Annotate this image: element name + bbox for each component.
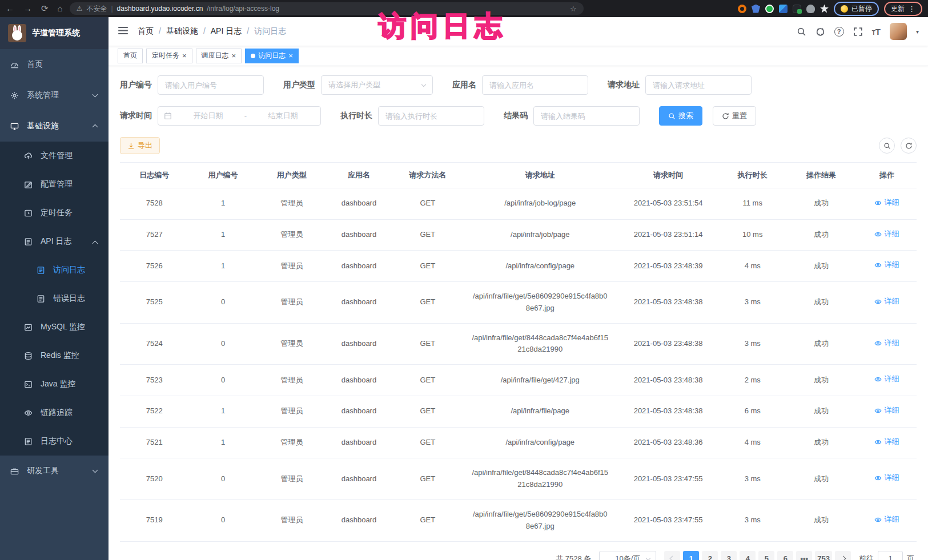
detail-link[interactable]: 详细 (874, 228, 899, 240)
search-button[interactable]: 搜索 (659, 106, 702, 126)
app-name-input[interactable] (482, 75, 588, 95)
cell-duration: 3 ms (720, 499, 785, 541)
close-icon[interactable]: × (288, 52, 293, 59)
extension-icon[interactable] (820, 5, 829, 13)
sidebar-item-error-log[interactable]: 错误日志 (0, 284, 109, 313)
page-button-753[interactable]: 753 (815, 551, 832, 560)
tag-home[interactable]: 首页 (118, 49, 143, 63)
caret-down-icon[interactable]: ▾ (916, 29, 919, 35)
security-label[interactable]: 不安全 (86, 4, 107, 14)
start-date-placeholder: 开始日期 (176, 111, 240, 121)
page-button-6[interactable]: 6 (777, 551, 793, 560)
sidebar-item-system[interactable]: 系统管理 (0, 80, 109, 111)
detail-link[interactable]: 详细 (874, 514, 899, 526)
breadcrumb-infra[interactable]: 基础设施 (166, 26, 206, 37)
cell-time: 2021-05-03 23:47:55 (617, 458, 720, 500)
page-button-5[interactable]: 5 (758, 551, 774, 560)
duration-input[interactable] (378, 106, 484, 126)
prev-page-button[interactable] (664, 551, 680, 560)
extension-icon[interactable] (765, 5, 774, 13)
font-size-icon[interactable]: TT (872, 27, 881, 37)
url-divider: | (111, 5, 113, 13)
tag-scheduled-job[interactable]: 定时任务 × (146, 49, 192, 63)
page-button-2[interactable]: 2 (702, 551, 718, 560)
hamburger-icon[interactable] (118, 25, 128, 38)
extension-icon[interactable] (752, 5, 760, 13)
page-button-3[interactable]: 3 (721, 551, 737, 560)
date-range-picker[interactable]: 开始日期 - 结束日期 (158, 106, 321, 126)
detail-link[interactable]: 详细 (874, 259, 899, 271)
sidebar-item-home[interactable]: 首页 (0, 49, 109, 80)
extension-icon[interactable] (738, 5, 746, 13)
paused-badge[interactable]: 已暂停 (834, 2, 879, 16)
sidebar-item-mysql-monitor[interactable]: MySQL 监控 (0, 313, 109, 341)
toggle-search-button[interactable] (879, 138, 895, 154)
user-type-select[interactable]: 请选择用户类型 (321, 75, 433, 95)
next-page-button[interactable] (835, 551, 851, 560)
eye-icon (874, 340, 882, 347)
detail-link[interactable]: 详细 (874, 405, 899, 417)
sidebar-item-config-management[interactable]: 配置管理 (0, 170, 109, 199)
page-size-select[interactable]: 10条/页 (599, 551, 656, 560)
page-button-1[interactable]: 1 (683, 551, 699, 560)
request-url-input[interactable] (645, 75, 752, 95)
browser-back-icon[interactable]: ← (6, 3, 14, 14)
detail-link[interactable]: 详细 (874, 436, 899, 448)
extension-icon[interactable] (806, 5, 815, 13)
sidebar-item-log-center[interactable]: 日志中心 (0, 427, 109, 456)
sidebar-item-access-log[interactable]: 访问日志 (0, 256, 109, 284)
cell-user-type: 管理员 (258, 282, 326, 324)
fullscreen-icon[interactable] (853, 27, 863, 37)
filter-row-1: 用户编号 用户类型 请选择用户类型 应用名 (120, 75, 917, 95)
browser-menu-icon[interactable]: ⋮ (908, 5, 915, 13)
detail-link[interactable]: 详细 (874, 197, 899, 209)
extension-icon[interactable] (779, 5, 788, 13)
sidebar-item-infrastructure[interactable]: 基础设施 (0, 111, 109, 142)
address-bar[interactable]: ⚠ 不安全 | dashboard.yudao.iocoder.cn /infr… (70, 2, 584, 15)
tag-access-log[interactable]: 访问日志 × (245, 49, 299, 63)
sidebar-item-link-trace[interactable]: 链路追踪 (0, 398, 109, 427)
cell-user-id: 0 (188, 323, 257, 365)
tag-schedule-log[interactable]: 调度日志 × (196, 49, 242, 63)
search-icon[interactable] (797, 27, 806, 37)
cell-method: GET (392, 188, 464, 220)
browser-home-icon[interactable]: ⌂ (58, 3, 63, 14)
sidebar-item-dev-tools[interactable]: 研发工具 (0, 456, 109, 486)
detail-link[interactable]: 详细 (874, 373, 899, 385)
bookmark-star-icon[interactable]: ☆ (570, 5, 577, 13)
github-icon[interactable] (815, 27, 825, 37)
breadcrumb-api-log[interactable]: API 日志 (211, 26, 249, 37)
breadcrumb-home[interactable]: 首页 (138, 26, 161, 37)
detail-link[interactable]: 详细 (874, 296, 899, 308)
extension-icon[interactable] (793, 5, 801, 13)
reset-button[interactable]: 重置 (713, 106, 756, 126)
avatar[interactable] (890, 23, 907, 40)
eye-icon (874, 298, 882, 305)
browser-forward-icon[interactable]: → (23, 3, 32, 14)
result-code-input[interactable] (533, 106, 640, 126)
sidebar-item-api-log[interactable]: API 日志 (0, 227, 109, 256)
browser-reload-icon[interactable]: ⟳ (41, 3, 49, 14)
goto-page-input[interactable] (878, 551, 903, 560)
detail-link[interactable]: 详细 (874, 337, 899, 349)
detail-link[interactable]: 详细 (874, 472, 899, 484)
sidebar-item-file-management[interactable]: 文件管理 (0, 142, 109, 170)
update-button[interactable]: 更新 ⋮ (884, 2, 922, 16)
page-button-4[interactable]: 4 (740, 551, 756, 560)
refresh-table-button[interactable] (901, 138, 917, 154)
close-icon[interactable]: × (182, 52, 187, 59)
sidebar-item-redis-monitor[interactable]: Redis 监控 (0, 341, 109, 370)
page-content: 用户编号 用户类型 请选择用户类型 应用名 (109, 66, 928, 560)
user-id-input[interactable] (158, 75, 264, 95)
app-logo[interactable]: 芋道管理系统 (0, 17, 109, 49)
sidebar-item-scheduled-job[interactable]: 定时任务 (0, 199, 109, 227)
pager: 1 2 3 4 5 6 ••• 753 (664, 551, 851, 560)
dashboard-icon (10, 61, 19, 69)
table-row: 7526 1 管理员 dashboard GET /api/infra/conf… (120, 251, 917, 282)
close-icon[interactable]: × (232, 52, 236, 59)
sidebar-item-java-monitor[interactable]: Java 监控 (0, 370, 109, 398)
help-icon[interactable]: ? (834, 27, 844, 37)
col-user-id: 用户编号 (188, 163, 257, 188)
more-pages-button[interactable]: ••• (796, 551, 812, 560)
export-button[interactable]: 导出 (120, 137, 160, 154)
